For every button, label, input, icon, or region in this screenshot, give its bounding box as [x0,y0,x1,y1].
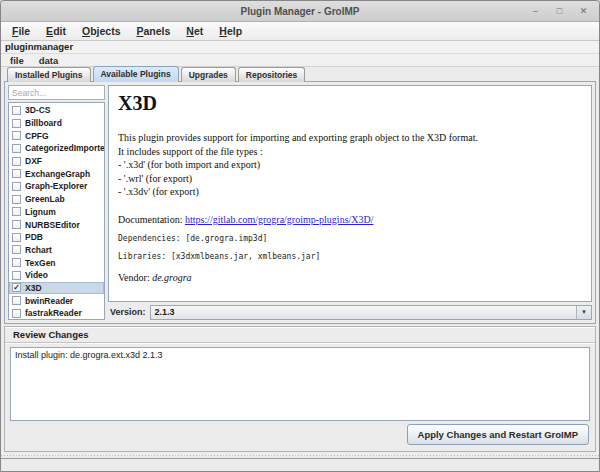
checkbox-checked-icon[interactable]: ✓ [12,283,21,292]
checkbox-unchecked-icon[interactable] [12,207,21,216]
plugin-list-item-dxf[interactable]: DXF [9,155,104,168]
checkbox-unchecked-icon[interactable] [12,157,21,166]
plugin-label: NURBSEditor [25,220,80,230]
plugin-label: Rchart [25,245,52,255]
checkbox-unchecked-icon[interactable] [12,195,21,204]
plugin-list-item-graph-explorer[interactable]: Graph-Explorer [9,180,104,193]
window-controls: – □ ✕ [529,1,590,21]
review-changes-panel: Review Changes Install plugin: de.grogra… [4,326,596,452]
plugin-label: TexGen [25,258,56,268]
plugin-list-item-3d-cs[interactable]: 3D-CS [9,104,104,117]
window-title: Plugin Manager - GroIMP [1,6,599,17]
checkbox-unchecked-icon[interactable] [12,169,21,178]
review-changes-text-area[interactable]: Install plugin: de.grogra.ext.x3d 2.1.3 [10,347,590,421]
panel-menu-bar: filedata [1,54,599,67]
menu-help[interactable]: Help [211,25,250,37]
description-line: It includes support of the file types : [118,145,582,159]
plugin-list-item-bwinreader[interactable]: bwinReader [9,294,104,307]
plugin-list-item-lignum[interactable]: Lignum [9,206,104,219]
plugin-label: Graph-Explorer [25,181,87,191]
available-plugins-panel: 3D-CSBillboardCPFGCategorizedImportersDX… [4,81,596,324]
tab-available-plugins[interactable]: Available Plugins [93,66,179,82]
review-changes-title: Review Changes [5,327,595,343]
menu-panels[interactable]: Panels [128,25,178,37]
version-row: Version: 2.1.3 ▼ [108,302,592,320]
plugin-detail-column: X3D This plugin provides support for imp… [108,85,592,320]
plugin-label: DXF [25,156,42,166]
plugin-list-item-greenlab[interactable]: GreenLab [9,193,104,206]
status-bar [1,458,599,471]
menu-objects[interactable]: Objects [74,25,129,37]
documentation-link[interactable]: https://gitlab.com/grogra/groimp-plugins… [185,214,374,225]
description-line: This plugin provides support for importi… [118,131,582,145]
plugin-label: Video [25,270,48,280]
checkbox-unchecked-icon[interactable] [12,309,21,318]
plugin-label: GreenLab [25,194,65,204]
checkbox-unchecked-icon[interactable] [12,119,21,128]
plugin-list-item-fastrakreader[interactable]: fastrakReader [9,307,104,320]
minimize-icon[interactable]: – [529,5,542,18]
plugin-list-item-nurbseditor[interactable]: NURBSEditor [9,218,104,231]
plugin-list-item-x3d[interactable]: ✓X3D [9,282,104,295]
vendor-label: Vendor: [118,272,152,283]
checkbox-unchecked-icon[interactable] [12,106,21,115]
description-line: - '.wrl' (for export) [118,172,582,186]
checkbox-unchecked-icon[interactable] [12,245,21,254]
review-changes-entry: Install plugin: de.grogra.ext.x3d 2.1.3 [15,350,163,360]
panel-title: pluginmanager [1,41,599,54]
plugin-label: PDB [25,232,43,242]
plugin-title: X3D [118,92,582,115]
tab-repositories[interactable]: Repositories [238,67,306,82]
plugin-list-item-texgen[interactable]: TexGen [9,256,104,269]
checkbox-unchecked-icon[interactable] [12,131,21,140]
plugin-list-item-billboard[interactable]: Billboard [9,117,104,130]
version-label: Version: [108,307,146,317]
plugin-list-item-video[interactable]: Video [9,269,104,282]
menu-file[interactable]: File [4,25,38,37]
checkbox-unchecked-icon[interactable] [12,271,21,280]
maximize-icon[interactable]: □ [553,5,566,18]
plugin-manager-window: Plugin Manager - GroIMP – □ ✕ FileEditOb… [0,0,600,472]
checkbox-unchecked-icon[interactable] [12,296,21,305]
tab-bar: Installed PluginsAvailable PluginsUpgrad… [1,67,599,82]
plugin-label: fastrakReader [25,308,82,318]
description-line: - '.x3dv' (for export) [118,185,582,199]
description-lines: This plugin provides support for importi… [118,131,582,199]
tab-upgrades[interactable]: Upgrades [181,67,236,82]
libraries-line: Libraries: [x3dxmlbeans.jar, xmlbeans.ja… [118,252,582,261]
checkbox-unchecked-icon[interactable] [12,258,21,267]
panel-menu-file[interactable]: file [10,55,24,66]
checkbox-unchecked-icon[interactable] [12,182,21,191]
plugin-list-item-cpfg[interactable]: CPFG [9,129,104,142]
menu-edit[interactable]: Edit [38,25,74,37]
plugin-list-item-exchangegraph[interactable]: ExchangeGraph [9,167,104,180]
plugin-label: ExchangeGraph [25,169,90,179]
plugin-list-item-pdb[interactable]: PDB [9,231,104,244]
documentation-label: Documentation: [118,214,185,225]
panel-menu-data[interactable]: data [39,55,59,66]
menu-net[interactable]: Net [178,25,211,37]
plugin-list-column: 3D-CSBillboardCPFGCategorizedImportersDX… [8,85,105,320]
search-input[interactable] [8,85,105,100]
documentation-line: Documentation: https://gitlab.com/grogra… [118,214,582,225]
dependencies-line: Dependencies: [de.grogra.imp3d] [118,234,582,243]
version-combobox[interactable]: 2.1.3 ▼ [150,305,592,320]
plugin-label: Lignum [25,207,56,217]
tab-installed-plugins[interactable]: Installed Plugins [7,67,91,82]
plugin-list-item-rchart[interactable]: Rchart [9,244,104,257]
description-line: - '.x3d' (for both import and export) [118,158,582,172]
dropdown-arrow-icon[interactable]: ▼ [576,306,591,319]
checkbox-unchecked-icon[interactable] [12,233,21,242]
checkbox-unchecked-icon[interactable] [12,220,21,229]
vendor-value: de.grogra [152,272,191,283]
title-bar[interactable]: Plugin Manager - GroIMP – □ ✕ [1,1,599,22]
plugin-list-item-categorizedimporters[interactable]: CategorizedImporters [9,142,104,155]
plugin-list: 3D-CSBillboardCPFGCategorizedImportersDX… [8,102,105,320]
plugin-label: bwinReader [25,296,73,306]
menu-bar: FileEditObjectsPanelsNetHelp [1,22,599,41]
checkbox-unchecked-icon[interactable] [12,144,21,153]
close-icon[interactable]: ✕ [577,5,590,18]
plugin-label: CategorizedImporters [25,143,105,153]
apply-changes-button[interactable]: Apply Changes and Restart GroIMP [407,424,589,445]
plugin-label: CPFG [25,131,49,141]
